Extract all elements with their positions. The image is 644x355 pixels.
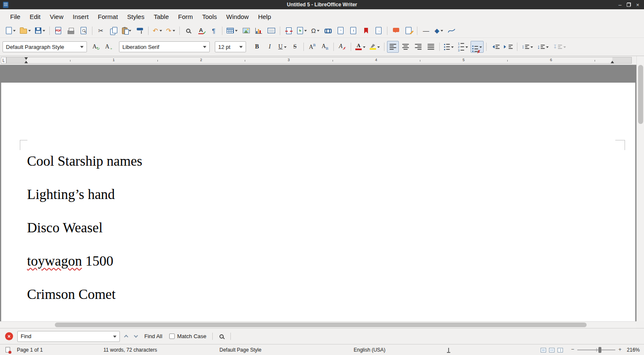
paste-button[interactable]: [120, 25, 133, 37]
open-file-button[interactable]: [18, 25, 32, 37]
dropdown-arrow-icon[interactable]: [530, 46, 533, 49]
cut-button[interactable]: ✂: [95, 25, 107, 37]
page-count[interactable]: Page 1 of 1: [17, 347, 43, 353]
misspelled-word[interactable]: toywagon: [27, 253, 82, 269]
chevron-down-icon[interactable]: [239, 46, 243, 50]
paragraph[interactable]: toywagon 1500: [27, 252, 622, 270]
align-center-button[interactable]: [400, 41, 411, 53]
menu-edit[interactable]: Edit: [25, 11, 45, 22]
dropdown-arrow-icon[interactable]: [563, 46, 566, 49]
tab-stop-selector[interactable]: L: [1, 57, 6, 64]
dropdown-arrow-icon[interactable]: [160, 30, 162, 33]
dropdown-arrow-icon[interactable]: [28, 30, 31, 33]
paragraph-style-combobox[interactable]: Default Paragraph Style: [3, 41, 87, 52]
decrease-indent-button[interactable]: [489, 41, 501, 53]
restore-button[interactable]: [627, 3, 631, 7]
right-indent-marker[interactable]: [611, 61, 614, 63]
paragraph[interactable]: Lighting’s hand: [27, 186, 622, 204]
increase-paragraph-spacing-button[interactable]: ↨: [536, 41, 550, 53]
zoom-slider-thumb[interactable]: [598, 347, 601, 353]
unsaved-changes-icon[interactable]: [5, 347, 10, 352]
dropdown-arrow-icon[interactable]: [284, 46, 287, 49]
insert-chart-button[interactable]: [253, 25, 265, 37]
print-button[interactable]: [65, 25, 77, 37]
menu-styles[interactable]: Styles: [122, 11, 149, 22]
dropdown-arrow-icon[interactable]: [363, 46, 365, 49]
dropdown-arrow-icon[interactable]: [304, 30, 307, 33]
strikethrough-button[interactable]: S: [289, 41, 301, 53]
single-page-view-button[interactable]: [541, 348, 546, 352]
find-and-replace-button[interactable]: [182, 25, 194, 37]
clone-formatting-button[interactable]: [134, 25, 146, 37]
horizontal-scrollbar-thumb[interactable]: [55, 323, 587, 327]
paragraph[interactable]: Cool Starship names: [27, 152, 622, 170]
track-changes-button[interactable]: [403, 25, 414, 37]
find-input[interactable]: [21, 333, 111, 339]
menu-form[interactable]: Form: [173, 11, 198, 22]
menu-format[interactable]: Format: [93, 11, 123, 22]
font-color-button[interactable]: A: [354, 41, 367, 53]
insert-page-break-button[interactable]: [283, 25, 295, 37]
horizontal-scrollbar[interactable]: [0, 321, 636, 328]
insert-endnote-button[interactable]: i: [347, 25, 359, 37]
word-count[interactable]: 11 words, 72 characters: [103, 347, 157, 353]
page-style[interactable]: Default Page Style: [219, 347, 261, 353]
align-justify-button[interactable]: [425, 41, 437, 53]
menu-tools[interactable]: Tools: [198, 11, 222, 22]
chevron-down-icon[interactable]: [113, 336, 116, 339]
no-list-button[interactable]: ✗: [471, 41, 484, 53]
insert-special-character-button[interactable]: Ω: [309, 25, 321, 37]
insert-comment-button[interactable]: [390, 25, 402, 37]
menu-insert[interactable]: Insert: [68, 11, 93, 22]
first-line-indent-marker[interactable]: [24, 57, 28, 60]
align-right-button[interactable]: [412, 41, 424, 53]
vertical-scrollbar-thumb[interactable]: [638, 65, 643, 124]
print-preview-button[interactable]: [78, 25, 89, 37]
subscript-button[interactable]: AB: [319, 41, 331, 53]
insert-hyperlink-button[interactable]: [322, 25, 334, 37]
menu-window[interactable]: Window: [222, 11, 253, 22]
dropdown-arrow-icon[interactable]: [377, 46, 380, 49]
open-find-replace-button[interactable]: [216, 332, 227, 341]
unordered-list-button[interactable]: [442, 41, 455, 53]
find-combobox[interactable]: [17, 331, 120, 342]
basic-shapes-button[interactable]: ◆: [433, 25, 445, 37]
menu-help[interactable]: Help: [253, 11, 276, 22]
dropdown-arrow-icon[interactable]: [479, 46, 482, 49]
bold-button[interactable]: B: [251, 41, 263, 53]
font-name-combobox[interactable]: Liberation Serif: [119, 41, 210, 52]
insert-mode-indicator[interactable]: [446, 348, 451, 353]
find-all-button[interactable]: Find All: [142, 331, 165, 341]
find-previous-button[interactable]: [120, 332, 131, 341]
dropdown-arrow-icon[interactable]: [13, 30, 16, 33]
highlight-color-button[interactable]: [368, 41, 382, 53]
dropdown-arrow-icon[interactable]: [451, 46, 454, 49]
paragraph[interactable]: Crimson Comet: [27, 285, 622, 304]
save-button[interactable]: [33, 25, 47, 37]
close-button[interactable]: ×: [635, 2, 641, 8]
insert-text-box-button[interactable]: [265, 25, 277, 37]
underline-button[interactable]: U: [276, 41, 288, 53]
freeform-line-button[interactable]: [446, 25, 457, 37]
match-case-checkbox[interactable]: [169, 333, 175, 339]
zoom-percent[interactable]: 216%: [627, 347, 640, 353]
zoom-slider[interactable]: [577, 350, 615, 350]
italic-button[interactable]: I: [264, 41, 276, 53]
increase-indent-button[interactable]: [502, 41, 514, 53]
insert-cross-reference-button[interactable]: →: [373, 25, 384, 37]
line-spacing-button[interactable]: ↕: [520, 41, 535, 53]
find-next-button[interactable]: [131, 332, 142, 341]
vertical-scrollbar[interactable]: [636, 56, 644, 321]
dropdown-arrow-icon[interactable]: [235, 30, 238, 33]
zoom-out-button[interactable]: −: [570, 346, 576, 353]
clear-formatting-button[interactable]: A✗: [336, 41, 348, 53]
menu-file[interactable]: File: [5, 11, 25, 22]
dropdown-arrow-icon[interactable]: [129, 30, 131, 33]
document-page[interactable]: Cool Starship namesLighting’s handDisco …: [1, 83, 636, 321]
chevron-down-icon[interactable]: [80, 46, 84, 50]
align-left-button[interactable]: [387, 41, 399, 53]
dropdown-arrow-icon[interactable]: [546, 46, 549, 49]
close-find-bar-button[interactable]: ×: [5, 332, 13, 340]
update-style-button[interactable]: A↻: [89, 41, 100, 53]
dropdown-arrow-icon[interactable]: [465, 46, 468, 49]
